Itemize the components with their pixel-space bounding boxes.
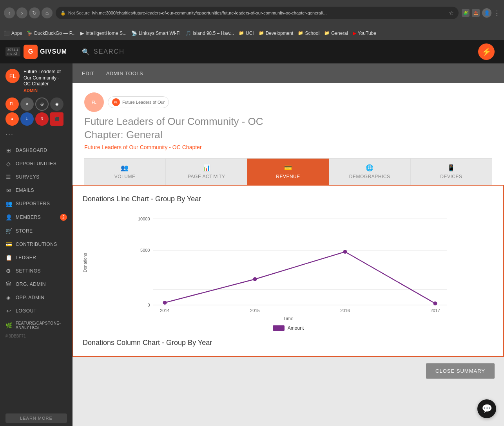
- tab-demographics[interactable]: 🌐 DEMOGRAPHICS: [329, 159, 411, 185]
- bookmark-duckduckgo[interactable]: 🦆 DuckDuckGo — P...: [27, 31, 76, 36]
- sidebar-item-emails-label: EMAILS: [16, 188, 34, 193]
- dashboard-icon: ⊞: [5, 147, 12, 153]
- givsum-logo[interactable]: G GIVSUM: [24, 45, 67, 59]
- bookmark-star-icon[interactable]: ☆: [449, 10, 454, 16]
- apps-icon: ⬛: [4, 31, 10, 36]
- feature-icon: 🌿: [5, 322, 12, 329]
- search-icon: 🔍: [82, 48, 90, 56]
- page-subtitle[interactable]: Future Leaders of Our Community - OC Cha…: [84, 144, 492, 150]
- bookmark-apps[interactable]: ⬛ Apps: [4, 31, 22, 36]
- demographics-icon: 🌐: [366, 164, 374, 171]
- page-org-avatar: FL: [84, 92, 104, 112]
- tab-volume[interactable]: 👥 VOLUME: [84, 159, 166, 185]
- org-icon-7[interactable]: R: [35, 112, 49, 126]
- org-chip: FL Future Leaders of Our: [108, 96, 169, 108]
- sidebar-item-emails[interactable]: ✉ EMAILS: [0, 184, 73, 197]
- lightning-button[interactable]: ⚡: [478, 43, 495, 60]
- search-input[interactable]: [94, 48, 211, 55]
- sidebar-item-opp-admin[interactable]: ◈ OPP. ADMIN: [0, 291, 73, 304]
- sidebar-item-store[interactable]: 🛒 STORE: [0, 224, 73, 238]
- ext-icon-1[interactable]: 🧩: [462, 9, 470, 17]
- svg-point-14: [433, 301, 437, 305]
- close-summary-row: CLOSE SUMMARY: [73, 357, 504, 385]
- bookmark-general[interactable]: 📁 General: [324, 31, 348, 36]
- page-title: Future Leaders of Our Community - OC Cha…: [84, 115, 492, 142]
- org-icon-5[interactable]: ●: [5, 112, 19, 126]
- youtube-icon: ▶: [353, 31, 356, 36]
- tab-devices[interactable]: 📱 DEVICES: [411, 159, 492, 185]
- bookmark-school[interactable]: 📁 School: [298, 31, 319, 36]
- folder-icon: 📁: [239, 31, 244, 36]
- svg-text:2017: 2017: [430, 308, 440, 313]
- back-button[interactable]: ‹: [4, 7, 15, 18]
- bookmark-linksys[interactable]: 📡 Linksys Smart Wi-Fi: [131, 31, 181, 36]
- perf-badge: 8971.1 ms ×2: [5, 47, 20, 56]
- forward-button[interactable]: ›: [16, 7, 27, 18]
- profile-icon[interactable]: 👤: [482, 8, 491, 18]
- org-icon-2[interactable]: ✕: [20, 97, 34, 111]
- tab-devices-label: DEVICES: [440, 174, 462, 179]
- more-options-icon[interactable]: ⋮: [494, 9, 500, 17]
- address-bar[interactable]: 🔒 Not Secure lvh.me:3000/charities/futur…: [56, 7, 459, 19]
- tab-revenue[interactable]: 💳 REVENUE: [247, 159, 329, 185]
- org-icon-3[interactable]: ◎: [35, 97, 49, 111]
- chat-bubble[interactable]: 💬: [477, 399, 496, 418]
- svg-text:0: 0: [147, 303, 150, 307]
- not-secure-text: Not Secure: [68, 11, 90, 15]
- home-button[interactable]: ⌂: [42, 7, 53, 18]
- learn-more-button[interactable]: LEARN MORE: [5, 413, 67, 423]
- devices-icon: 📱: [447, 164, 455, 171]
- line-chart-title: Donations Line Chart - Group By Year: [83, 195, 494, 203]
- sidebar-item-supporters[interactable]: 👥 SUPPORTERS: [0, 197, 73, 210]
- org-chip-text: Future Leaders of Our: [122, 100, 165, 105]
- svg-text:10000: 10000: [138, 217, 150, 221]
- ledger-icon: 📋: [5, 255, 12, 261]
- sidebar-item-members[interactable]: 👤 MEMBERS 2: [0, 210, 73, 224]
- org-icon-6[interactable]: U: [20, 112, 34, 126]
- ext-icon-2[interactable]: 📥: [472, 9, 480, 17]
- url-text: lvh.me:3000/charities/future-leaders-of-…: [92, 11, 446, 15]
- tab-edit[interactable]: EDIT: [82, 69, 94, 78]
- sidebar-header: 8971.1 ms ×2 G GIVSUM: [0, 40, 73, 63]
- members-badge: 2: [60, 214, 67, 221]
- browser-chrome: ‹ › ↻ ⌂ 🔒 Not Secure lvh.me:3000/chariti…: [0, 0, 504, 26]
- linksys-icon: 📡: [131, 31, 137, 36]
- hash-label: # 3DBBF71: [0, 333, 73, 341]
- sidebar-item-org-admin[interactable]: 🏛 ORG. ADMIN: [0, 278, 73, 291]
- bookmarks-bar: ⬛ Apps 🦆 DuckDuckGo — P... ▶ Intelligent…: [0, 26, 504, 40]
- org-text: Future Leaders of Our Community - OC Cha…: [24, 69, 67, 93]
- folder-general-icon: 📁: [324, 31, 330, 36]
- tab-admin-tools[interactable]: ADMIN TOOLS: [106, 69, 143, 78]
- reload-button[interactable]: ↻: [29, 7, 40, 18]
- sidebar-item-feature[interactable]: 🌿 FEATURE/CAPSTONE-ANALYTICS: [0, 318, 73, 333]
- bookmark-island[interactable]: 🎵 Island 98.5 – Haw...: [185, 31, 234, 36]
- svg-text:2015: 2015: [250, 308, 259, 313]
- sidebar-item-surveys[interactable]: ☰ SURVEYS: [0, 170, 73, 184]
- tab-page-activity[interactable]: 📊 PAGE ACTIVITY: [166, 159, 247, 185]
- sidebar-item-logout[interactable]: ↩ LOGOUT: [0, 304, 73, 318]
- logout-icon: ↩: [5, 308, 12, 314]
- sidebar-item-opp-admin-label: OPP. ADMIN: [16, 295, 44, 300]
- org-icon-4[interactable]: ◉: [50, 97, 63, 111]
- org-icon-8[interactable]: ⬛: [50, 112, 63, 126]
- close-summary-button[interactable]: CLOSE SUMMARY: [426, 363, 495, 379]
- sidebar-item-settings[interactable]: ⚙ SETTINGS: [0, 264, 73, 278]
- bookmark-intelligenthome[interactable]: ▶ IntelligentHome S...: [80, 31, 127, 36]
- sidebar-item-supporters-label: SUPPORTERS: [16, 201, 50, 206]
- org-info: FL Future Leaders of Our Community - OC …: [0, 63, 73, 96]
- sidebar-item-contributions[interactable]: 💳 CONTRIBUTIONS: [0, 238, 73, 251]
- org-icon-1[interactable]: FL: [5, 97, 19, 111]
- sidebar-item-ledger[interactable]: 📋 LEDGER: [0, 251, 73, 264]
- sidebar-item-contributions-label: CONTRIBUTIONS: [16, 242, 57, 247]
- sidebar-item-opportunities[interactable]: ◇ OPPORTUNITIES: [0, 157, 73, 170]
- store-icon: 🛒: [5, 228, 12, 234]
- bookmark-development[interactable]: 📁 Development: [259, 31, 294, 36]
- sidebar-item-dashboard[interactable]: ⊞ DASHBOARD: [0, 144, 73, 157]
- org-more-dots[interactable]: ···: [0, 129, 73, 140]
- members-icon: 👤: [5, 214, 12, 220]
- bookmark-uci[interactable]: 📁 UCI: [239, 31, 254, 36]
- bookmark-uci-label: UCI: [246, 31, 254, 36]
- page-activity-icon: 📊: [203, 164, 211, 171]
- sidebar-item-dashboard-label: DASHBOARD: [16, 148, 47, 153]
- bookmark-youtube[interactable]: ▶ YouTube: [353, 31, 376, 36]
